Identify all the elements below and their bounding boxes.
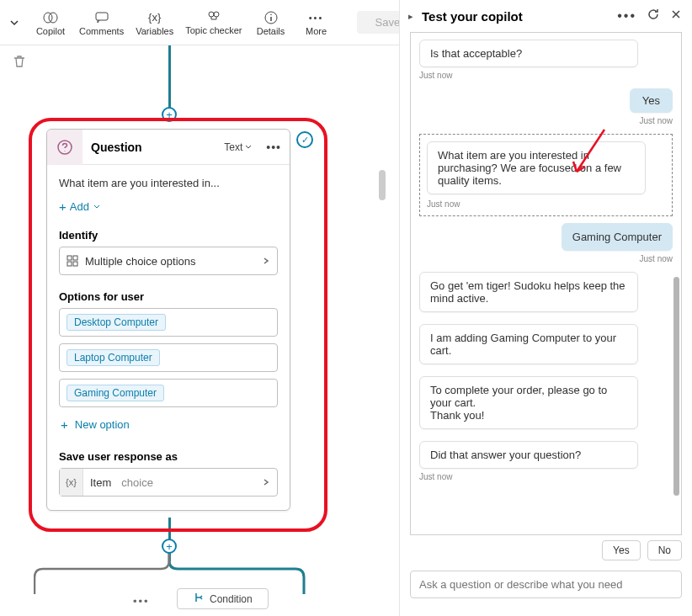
back-chevron[interactable] [7,18,22,28]
svg-point-3 [209,12,214,17]
question-type-selector[interactable]: Text [219,141,258,153]
comments-icon [94,9,109,26]
comments-button[interactable]: Comments [79,9,124,36]
question-title: Question [83,141,219,154]
svg-point-0 [44,13,52,23]
suggested-replies: Yes No [400,535,692,566]
test-panel: ▸ Test your copilot ••• Is that acceptab… [399,0,692,616]
chevron-right-icon [262,476,277,489]
question-message[interactable]: What item are you interested in... [59,177,278,189]
bot-message: Is that acceptable? [419,40,638,67]
condition-label: Condition [210,593,253,605]
timestamp: Just now [419,71,673,80]
variable-name: Item [83,476,118,489]
add-node-button[interactable]: + [162,539,177,554]
variables-label: Variables [136,26,173,36]
option-item[interactable]: Desktop Computer [59,308,278,337]
bot-message: I am adding Gaming Computer to your cart… [419,324,638,364]
collapse-icon[interactable]: ▸ [408,11,413,22]
comments-label: Comments [79,26,124,36]
details-label: Details [257,26,285,36]
chat-input[interactable] [410,571,682,598]
details-button[interactable]: Details [254,9,288,36]
options-label: Options for user [59,290,278,303]
identify-label: Identify [59,229,278,242]
add-button[interactable]: +Add [59,199,278,214]
suggest-yes-button[interactable]: Yes [602,540,641,560]
variable-selector[interactable]: {x} Item choice [59,468,278,497]
svg-point-4 [214,12,219,17]
variables-icon: {x} [148,9,161,26]
refresh-icon[interactable] [645,6,662,26]
new-option-button[interactable]: +New option [59,414,278,435]
question-icon [47,130,83,165]
grid-icon [67,255,78,267]
panel-header: ▸ Test your copilot ••• [400,0,692,32]
more-icon: ••• [309,9,324,26]
timestamp: Just now [419,116,673,125]
bot-message: To complete your order, please go to you… [419,376,638,429]
question-header: Question Text ••• [47,130,290,165]
condition-icon [193,592,205,606]
bot-message: What item are you interested in purchasi… [427,141,646,194]
trash-icon[interactable] [12,54,27,72]
option-badge: Gaming Computer [67,385,164,401]
identify-selector[interactable]: Multiple choice options [59,247,278,275]
timestamp: Just now [427,199,665,209]
option-badge: Desktop Computer [67,314,166,331]
variable-icon: {x} [60,469,83,496]
flow-branch [34,552,311,594]
save-response-label: Save user response as [59,450,278,463]
option-badge: Laptop Computer [67,349,160,366]
panel-more-icon[interactable]: ••• [615,7,638,25]
add-node-button[interactable]: + [162,107,177,122]
node-more-icon[interactable]: ••• [133,595,150,608]
option-item[interactable]: Laptop Computer [59,343,278,372]
question-more-icon[interactable]: ••• [258,141,290,154]
trace-group: What item are you interested in purchasi… [419,134,673,216]
condition-node[interactable]: Condition [177,588,269,609]
panel-title: Test your copilot [422,9,609,24]
copilot-button[interactable]: Copilot [34,9,67,36]
svg-rect-2 [96,13,108,20]
copilot-label: Copilot [36,26,65,36]
user-message: Yes [630,88,673,113]
scrollbar-vertical[interactable] [379,170,386,200]
identify-value: Multiple choice options [85,255,196,268]
topic-checker-label: Topic checker [185,26,242,35]
question-node[interactable]: Question Text ••• What item are you inte… [46,129,290,511]
validation-check-icon: ✓ [296,131,313,148]
bot-message: Did that answer your question? [419,441,638,469]
more-button[interactable]: ••• More [300,9,333,36]
variables-button[interactable]: {x} Variables [136,9,173,36]
svg-rect-7 [67,256,72,260]
chat-area: Is that acceptable? Just now Yes Just no… [410,32,682,535]
chevron-right-icon [262,255,270,268]
timestamp: Just now [419,254,673,263]
user-message: Gaming Computer [562,223,673,251]
svg-rect-10 [73,262,77,266]
svg-point-1 [49,13,57,23]
close-icon[interactable] [668,7,684,25]
more-label: More [306,26,327,36]
bot-message: Go get 'em tiger! Sudoku helps keep the … [419,272,638,312]
copilot-icon [43,9,58,26]
option-item[interactable]: Gaming Computer [59,379,278,407]
topic-checker-icon [206,9,221,26]
timestamp: Just now [419,472,673,481]
svg-rect-9 [67,262,72,266]
svg-rect-8 [73,256,77,260]
flow-line [168,45,171,111]
topic-checker-button[interactable]: Topic checker [185,9,242,35]
details-icon [263,9,279,26]
variable-type: choice [118,476,157,489]
suggest-no-button[interactable]: No [647,540,682,560]
